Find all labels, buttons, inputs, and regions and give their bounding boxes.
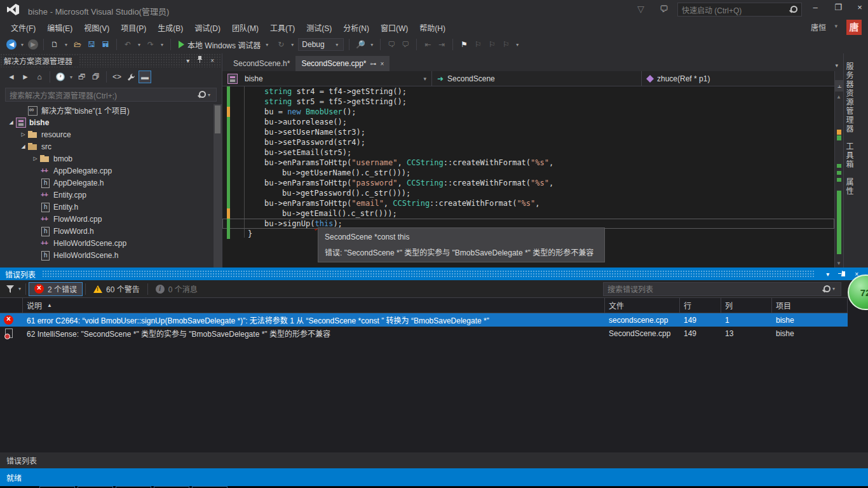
tab-error-list[interactable]: 错误列表 (0, 455, 43, 466)
tree-item[interactable]: AppDelegate.h (0, 177, 214, 189)
right-tool-tab[interactable]: 服务器资源管理器 (844, 62, 868, 133)
error-row[interactable]: 62 IntelliSense: "SecondScene *" 类型的实参与 … (0, 327, 848, 340)
error-list-search[interactable]: 搜索错误列表 ▾ (603, 282, 841, 296)
code-line[interactable]: string str4 = tf4->getString(); (222, 86, 834, 97)
code-line[interactable]: bu->autorelease(); (222, 117, 834, 127)
panel-menu-caret-icon[interactable]: ▾ (182, 57, 193, 64)
navigate-back-caret-icon[interactable]: ▾ (19, 42, 25, 48)
tree-item[interactable]: AppDelegate.cpp (0, 165, 214, 177)
right-tool-tab[interactable]: 属性 (844, 178, 868, 196)
menu-item[interactable]: 文件(F) (5, 20, 41, 36)
code-line[interactable]: bu->enParamsToHttp("email", CCString::cr… (222, 198, 834, 208)
clear-bookmarks-button[interactable]: ⚐ (500, 39, 512, 50)
error-row[interactable]: 61 error C2664: “void BmobUser::signUp(B… (0, 313, 848, 327)
refresh-caret-icon[interactable]: ▾ (289, 42, 295, 48)
tree-item[interactable]: Entity.h (0, 201, 214, 213)
nav-member-dropdown[interactable]: zhuce(Ref * p1) ▾ (642, 71, 843, 86)
document-list-caret-icon[interactable]: ▾ (835, 62, 843, 71)
decrease-indent-button[interactable]: ⇤ (422, 39, 433, 50)
sync-with-active-document-icon[interactable]: 🗗 (76, 71, 88, 83)
pending-changes-filter-icon[interactable]: 🕐 (54, 71, 67, 83)
menu-item[interactable]: 窗口(W) (375, 20, 414, 36)
panel-menu-caret-icon[interactable]: ▾ (822, 271, 834, 278)
tree-item[interactable]: ◢bishe (0, 116, 214, 128)
code-line[interactable]: bu->getPassword().c_str())); (222, 188, 834, 198)
document-tab[interactable]: SecondScene.h* (227, 56, 295, 71)
filter-funnel-icon[interactable] (4, 283, 17, 295)
tree-item[interactable]: HelloWorldScene.h (0, 249, 214, 261)
error-list-titlebar[interactable]: 错误列表 ▾ × (0, 268, 868, 280)
close-button[interactable]: × (849, 0, 868, 15)
code-line[interactable]: string str5 = tf5->getString(); (222, 97, 834, 107)
menu-item[interactable]: 帮助(H) (414, 20, 451, 36)
feedback-smiley-icon[interactable]: 🗩 (660, 4, 668, 14)
menu-item[interactable]: 生成(B) (152, 20, 189, 36)
bookmark-caret-icon[interactable]: ▾ (514, 42, 520, 48)
back-icon[interactable]: ◄ (5, 71, 18, 83)
tree-item[interactable]: Entity.cpp (0, 189, 214, 201)
tree-item[interactable]: HelloWorldScene.cpp (0, 237, 214, 249)
scrollbar-thumb[interactable] (215, 105, 220, 133)
tree-item[interactable]: ▷bmob (0, 152, 214, 165)
preview-icon[interactable]: 🗇 (90, 71, 102, 83)
new-file-button[interactable]: 🗋 (49, 39, 60, 50)
right-tool-tab[interactable]: 工具箱 (844, 142, 868, 169)
new-file-caret-icon[interactable]: ▾ (63, 42, 69, 48)
pin-icon[interactable] (193, 56, 207, 65)
refresh-button[interactable]: ↻ (275, 39, 287, 50)
solution-tree-scrollbar[interactable] (214, 104, 222, 268)
tree-item[interactable]: 解决方案“bishe”(1 个项目) (0, 104, 214, 116)
code-line[interactable]: bu->getUserName().c_str())); (222, 168, 834, 178)
close-icon[interactable]: × (207, 57, 218, 64)
user-avatar[interactable]: 唐 (846, 20, 862, 35)
save-button[interactable]: 🖫 (86, 39, 97, 50)
tree-item[interactable]: FlowWord.h (0, 225, 214, 237)
warnings-filter-button[interactable]: 60 个警告 (88, 282, 145, 296)
prev-bookmark-button[interactable]: ⚐ (472, 39, 484, 50)
quick-launch-search[interactable]: 快速启动 (Ctrl+Q) (677, 3, 802, 17)
undo-button[interactable]: ↶ (122, 39, 133, 50)
menu-item[interactable]: 分析(N) (337, 20, 375, 36)
menu-item[interactable]: 项目(P) (115, 20, 152, 36)
expander-icon[interactable]: ▷ (31, 156, 40, 161)
col-column-header[interactable]: 列 (721, 298, 772, 313)
feedback-funnel-icon[interactable]: ▽ (637, 4, 644, 14)
menu-item[interactable]: 测试(S) (301, 20, 337, 36)
uncomment-button[interactable]: 🗩 (400, 39, 411, 50)
toggle-bookmark-button[interactable]: ⚑ (458, 39, 470, 50)
splitter-handle[interactable]: ⫠ (835, 80, 844, 92)
menu-item[interactable]: 工具(T) (264, 20, 301, 36)
messages-filter-button[interactable]: i 0 个消息 (151, 282, 203, 296)
pin-icon[interactable]: ⊶ (370, 60, 376, 67)
expander-icon[interactable]: ◢ (6, 119, 16, 125)
navigate-forward-button[interactable]: ▶ (28, 39, 38, 50)
desc-column-header[interactable]: 说明▲ (23, 298, 605, 313)
line-column-header[interactable]: 行 (680, 298, 721, 313)
tree-item[interactable]: FlowWord.cpp (0, 213, 214, 225)
menu-item[interactable]: 编辑(E) (41, 20, 78, 36)
solution-explorer-titlebar[interactable]: 解决方案资源管理器 ▾ × (0, 53, 222, 67)
signed-in-user[interactable]: 唐恒 (811, 22, 826, 32)
document-tab[interactable]: SecondScene.cpp*⊶× (295, 56, 390, 71)
file-column-header[interactable]: 文件 (605, 298, 680, 313)
editor-scrollbar[interactable]: ⫠ ▲ ▼ (834, 71, 843, 268)
increase-indent-button[interactable]: ⇥ (436, 39, 447, 50)
preview-selected-items-toggle[interactable]: ▬ (139, 71, 151, 83)
errors-filter-button[interactable]: 2 个错误 (29, 282, 83, 296)
restore-button[interactable]: ❐ (827, 0, 849, 15)
project-column-header[interactable]: 项目 (772, 298, 848, 313)
nav-type-dropdown[interactable]: ➜ SecondScene (432, 71, 642, 86)
solution-explorer-search[interactable]: 搜索解决方案资源管理器(Ctrl+;) ▾ (5, 88, 217, 102)
next-bookmark-button[interactable]: ⚐ (486, 39, 498, 50)
home-icon[interactable]: ⌂ (33, 71, 46, 83)
code-line[interactable]: bu->enParamsToHttp("password", CCString:… (222, 178, 834, 188)
nav-project-dropdown[interactable]: bishe ▾ (222, 71, 432, 86)
scroll-down-icon[interactable]: ▼ (836, 261, 841, 266)
code-line[interactable]: bu->getEmail().c_str())); (222, 208, 834, 219)
menu-item[interactable]: 视图(V) (78, 20, 115, 36)
save-all-button[interactable]: 🖬 (100, 39, 111, 50)
filter-caret-icon[interactable]: ▾ (17, 286, 23, 292)
code-line[interactable]: bu->setUserName(str3); (222, 127, 834, 137)
redo-button[interactable]: ↷ (145, 39, 156, 50)
close-icon[interactable]: × (380, 60, 384, 67)
